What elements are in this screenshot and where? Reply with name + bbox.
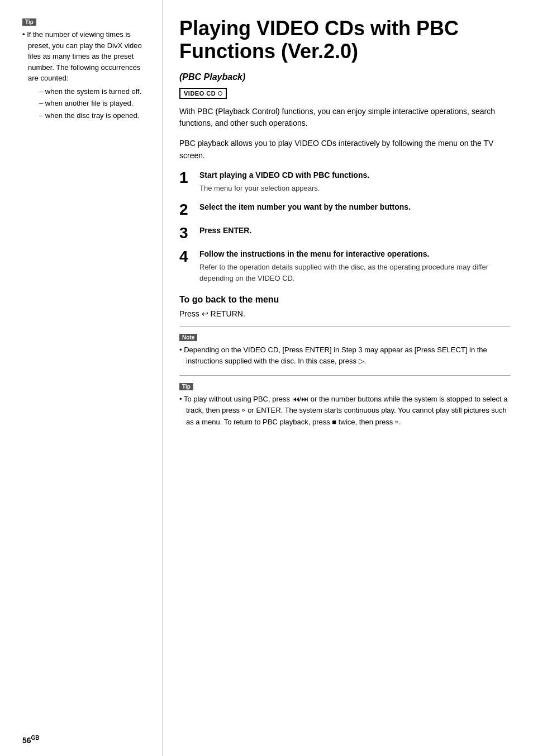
return-text: Press ↩ RETURN. <box>179 309 511 318</box>
intro-para-2: PBC playback allows you to play VIDEO CD… <box>179 138 511 162</box>
right-column: Playing VIDEO CDs with PBC Functions (Ve… <box>162 0 533 756</box>
right-tip-section: Tip To play without using PBC, press ⏮/⏭… <box>179 381 511 427</box>
step-number-2: 2 <box>179 202 199 218</box>
step-3-title: Press ENTER. <box>199 225 511 237</box>
intro-para-1: With PBC (Playback Control) functions, y… <box>179 106 511 130</box>
step-2-content: Select the item number you want by the n… <box>199 202 511 215</box>
step-2-title: Select the item number you want by the n… <box>199 202 511 213</box>
note-content: Depending on the VIDEO CD, [Press ENTER]… <box>179 344 511 366</box>
page-title: Playing VIDEO CDs with PBC Functions (Ve… <box>179 17 511 63</box>
video-cd-badge: VIDEO CD <box>179 88 227 99</box>
section-subtitle: (PBC Playback) <box>179 72 511 82</box>
step-4-title: Follow the instructions in the menu for … <box>199 249 511 260</box>
page-suffix: GB <box>31 735 40 741</box>
right-tip-item-1: To play without using PBC, press ⏮/⏭ or … <box>179 394 511 427</box>
step-1-content: Start playing a VIDEO CD with PBC functi… <box>199 170 511 194</box>
step-4-desc: Refer to the operation details supplied … <box>199 262 511 284</box>
cd-dot-icon <box>218 91 222 96</box>
step-3: 3 Press ENTER. <box>179 225 511 241</box>
tip-main-item: If the number of viewing times is preset… <box>22 29 151 121</box>
tip-sub-list: when the system is turned off. when anot… <box>28 86 151 121</box>
step-number-4: 4 <box>179 249 199 264</box>
note-section: Note Depending on the VIDEO CD, [Press E… <box>179 332 511 366</box>
step-3-content: Press ENTER. <box>199 225 511 239</box>
sub-item-3: when the disc tray is opened. <box>39 110 151 121</box>
return-icon: ↩ <box>202 309 208 318</box>
note-item-1: Depending on the VIDEO CD, [Press ENTER]… <box>179 344 511 366</box>
left-tip-section: Tip If the number of viewing times is pr… <box>22 17 151 121</box>
step-1: 1 Start playing a VIDEO CD with PBC func… <box>179 170 511 194</box>
left-column: Tip If the number of viewing times is pr… <box>0 0 162 756</box>
note-badge: Note <box>179 334 197 341</box>
step-2: 2 Select the item number you want by the… <box>179 202 511 218</box>
step-number-3: 3 <box>179 225 199 241</box>
steps-list: 1 Start playing a VIDEO CD with PBC func… <box>179 170 511 284</box>
go-back-heading: To go back to the menu <box>179 295 511 305</box>
left-tip-content: If the number of viewing times is preset… <box>22 29 151 121</box>
step-1-desc: The menu for your selection appears. <box>199 183 511 194</box>
step-4: 4 Follow the instructions in the menu fo… <box>179 249 511 284</box>
sub-item-2: when another file is played. <box>39 98 151 109</box>
tip-badge-left: Tip <box>22 18 36 26</box>
divider <box>179 326 511 327</box>
tip-badge-right: Tip <box>179 383 193 390</box>
page-container: Tip If the number of viewing times is pr… <box>0 0 533 756</box>
divider-2 <box>179 375 511 376</box>
step-4-content: Follow the instructions in the menu for … <box>199 249 511 284</box>
page-number: 56GB <box>22 735 40 745</box>
sub-item-1: when the system is turned off. <box>39 86 151 97</box>
right-tip-content: To play without using PBC, press ⏮/⏭ or … <box>179 394 511 427</box>
step-1-title: Start playing a VIDEO CD with PBC functi… <box>199 170 511 181</box>
step-number-1: 1 <box>179 170 199 186</box>
